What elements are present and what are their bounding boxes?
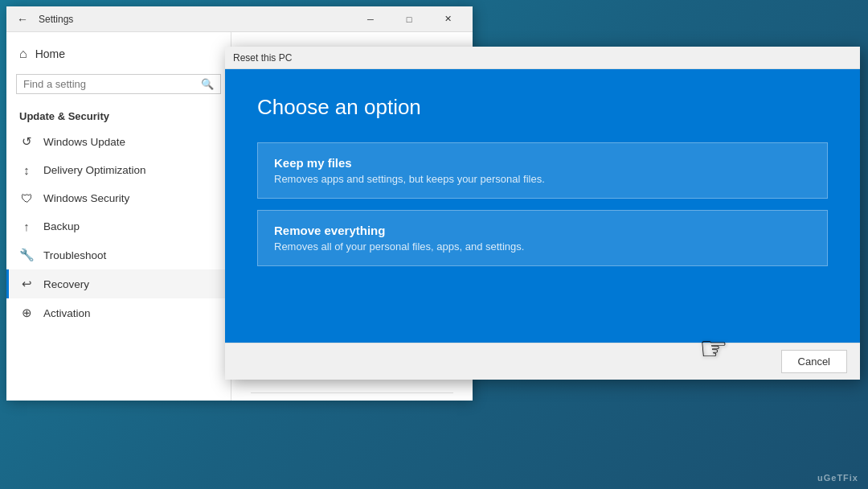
search-box: 🔍 (16, 74, 221, 94)
sidebar-item-label: Windows Update (43, 136, 125, 148)
keep-files-title: Keep my files (274, 156, 811, 170)
reset-dialog-title: Reset this PC (233, 52, 292, 64)
titlebar: ← Settings ─ □ ✕ (6, 6, 473, 32)
search-icon: 🔍 (201, 78, 214, 90)
backup-icon: ↑ (19, 220, 34, 233)
sidebar-item-windows-security[interactable]: 🛡 Windows Security (6, 184, 231, 212)
sidebar-item-windows-update[interactable]: ↺ Windows Update (6, 127, 231, 156)
reset-dialog-titlebar: Reset this PC (225, 47, 860, 69)
titlebar-controls: ─ □ ✕ (352, 6, 466, 32)
maximize-button[interactable]: □ (391, 6, 428, 32)
reset-dialog-footer: Cancel (225, 343, 860, 380)
watermark: uGeTFix (817, 473, 858, 483)
remove-everything-desc: Removes all of your personal files, apps… (274, 240, 811, 253)
keep-files-desc: Removes apps and settings, but keeps you… (274, 173, 811, 185)
sidebar-item-delivery-optimization[interactable]: ↕ Delivery Optimization (6, 156, 231, 184)
minimize-button[interactable]: ─ (352, 6, 389, 32)
reset-dialog-body: Choose an option Keep my files Removes a… (225, 69, 860, 343)
search-input[interactable] (23, 78, 196, 90)
sidebar-item-troubleshoot[interactable]: 🔧 Troubleshoot (6, 240, 231, 269)
sidebar-item-recovery[interactable]: ↩ Recovery (6, 269, 231, 298)
sidebar-item-label: Recovery (43, 278, 89, 290)
troubleshoot-icon: 🔧 (19, 248, 34, 262)
choose-option-title: Choose an option (257, 95, 828, 120)
home-icon: ⌂ (19, 47, 27, 61)
sidebar-item-backup[interactable]: ↑ Backup (6, 212, 231, 240)
keep-files-option[interactable]: Keep my files Removes apps and settings,… (257, 142, 828, 199)
remove-everything-option[interactable]: Remove everything Removes all of your pe… (257, 210, 828, 266)
sidebar-item-label: Delivery Optimization (43, 164, 146, 176)
sidebar-item-label: Troubleshoot (43, 249, 106, 261)
home-label: Home (35, 47, 65, 60)
close-button[interactable]: ✕ (429, 6, 466, 32)
remove-everything-title: Remove everything (274, 224, 811, 237)
activation-icon: ⊕ (19, 306, 34, 320)
sidebar: ⌂ Home 🔍 Update & Security ↺ Windows Upd… (6, 32, 231, 401)
delivery-optimization-icon: ↕ (19, 163, 34, 177)
sidebar-item-home[interactable]: ⌂ Home (6, 39, 231, 69)
titlebar-title: Settings (39, 14, 73, 25)
sidebar-item-activation[interactable]: ⊕ Activation (6, 298, 231, 327)
windows-update-icon: ↺ (19, 134, 34, 149)
sidebar-section-title: Update & Security (6, 104, 231, 127)
sidebar-item-label: Backup (43, 220, 80, 232)
recovery-icon: ↩ (19, 277, 34, 291)
sidebar-item-label: Activation (43, 307, 91, 319)
sidebar-item-label: Windows Security (43, 192, 129, 204)
section-divider-2 (251, 392, 453, 393)
reset-pc-dialog: Reset this PC Choose an option Keep my f… (225, 47, 860, 380)
cancel-button[interactable]: Cancel (781, 350, 847, 373)
back-button[interactable]: ← (13, 10, 32, 29)
windows-security-icon: 🛡 (19, 191, 34, 205)
